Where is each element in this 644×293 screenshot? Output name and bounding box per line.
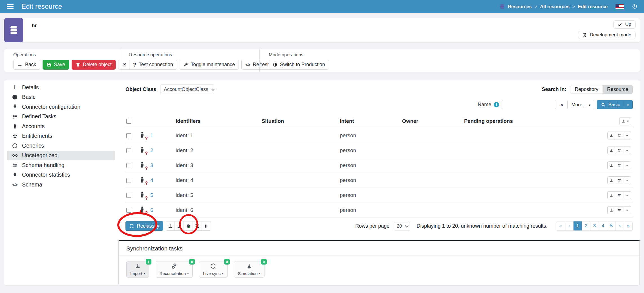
row-download-button[interactable] — [607, 132, 615, 139]
live-sync-task-button[interactable]: 0 Live sync▾ — [199, 261, 228, 278]
row-menu-button[interactable] — [623, 206, 631, 214]
pagination-page-4[interactable]: 4 — [599, 221, 607, 230]
cell-owner — [401, 158, 463, 173]
search-icon — [601, 102, 606, 107]
row-download-button[interactable] — [607, 206, 615, 214]
save-button[interactable]: Save — [43, 60, 69, 70]
breadcrumb-item-edit-resource[interactable]: Edit resource — [578, 4, 608, 9]
object-class-select[interactable]: AccountObjectClass — [160, 85, 214, 94]
column-identifiers[interactable]: Identifiers — [175, 115, 261, 128]
toggle-maintenance-button[interactable]: Toggle maintenance — [180, 60, 239, 70]
pagination-next[interactable]: › — [616, 221, 624, 230]
pagination-last[interactable]: » — [624, 221, 632, 230]
pagination-prev[interactable]: ‹ — [565, 221, 573, 230]
cell-intent: person — [339, 143, 401, 158]
row-id-link[interactable]: 6 — [150, 207, 153, 213]
refresh-icon — [195, 224, 200, 228]
sidebar-item-defined-tasks[interactable]: Defined Tasks — [7, 112, 115, 122]
row-download-button[interactable] — [607, 191, 615, 199]
sidebar-item-schema-handling[interactable]: Schema handling — [7, 160, 115, 170]
delete-object-button[interactable]: Delete object — [72, 60, 116, 70]
switch-to-production-button[interactable]: Switch to Production — [269, 60, 329, 70]
back-arrow-icon: ← — [17, 62, 23, 68]
table-row: ? 4 ident: 4 person — [125, 173, 633, 188]
pagination-page-1[interactable]: 1 — [573, 221, 582, 230]
row-checkbox[interactable] — [126, 133, 131, 138]
sidebar-item-basic[interactable]: Basic — [7, 92, 115, 102]
row-transfer-button[interactable] — [615, 146, 623, 154]
row-checkbox[interactable] — [126, 193, 131, 198]
row-transfer-button[interactable] — [615, 161, 623, 169]
pagination-first[interactable]: « — [556, 221, 565, 230]
reconciliation-task-button[interactable]: 0 Reconciliation▾ — [156, 261, 193, 278]
hamburger-menu-icon[interactable] — [7, 4, 14, 9]
breadcrumb: Resources > All resources > Edit resourc… — [499, 4, 608, 9]
rows-per-page-select[interactable]: 20 — [394, 222, 410, 230]
row-menu-button[interactable] — [623, 132, 631, 139]
sidebar-item-schema[interactable]: </> Schema — [7, 180, 115, 190]
sidebar-item-uncategorized[interactable]: Uncategorized — [7, 151, 115, 161]
pagination-page-5[interactable]: 5 — [607, 221, 616, 230]
caret-down-icon[interactable]: ▾ — [627, 103, 629, 107]
row-id-link[interactable]: 5 — [150, 192, 153, 198]
pause-columns-button[interactable] — [202, 221, 211, 231]
import-objects-button[interactable] — [166, 221, 175, 231]
refresh-table-button[interactable] — [193, 221, 202, 231]
simulation-task-button[interactable]: 0 Simulation▾ — [234, 261, 264, 278]
unknown-situation-badge: ? — [145, 136, 148, 141]
breadcrumb-item-resources[interactable]: Resources — [508, 4, 531, 9]
row-checkbox[interactable] — [126, 163, 131, 168]
row-menu-button[interactable] — [623, 191, 631, 199]
sidebar-item-details[interactable]: i Details — [7, 83, 115, 92]
clear-search-icon[interactable]: × — [559, 102, 565, 108]
row-checkbox[interactable] — [126, 208, 131, 213]
back-button[interactable]: ← Back — [13, 60, 40, 70]
search-in-resource-button[interactable]: Resource — [603, 85, 632, 94]
column-owner[interactable]: Owner — [401, 115, 463, 128]
row-id-link[interactable]: 4 — [150, 177, 153, 183]
row-id-link[interactable]: 3 — [150, 162, 153, 168]
column-pending-operations[interactable]: Pending operations — [463, 115, 582, 128]
pagination-page-3[interactable]: 3 — [590, 221, 599, 230]
row-menu-button[interactable] — [623, 146, 631, 154]
export-objects-button[interactable] — [175, 221, 184, 231]
row-download-button[interactable] — [607, 161, 615, 169]
table-export-button[interactable] — [619, 117, 631, 125]
row-menu-button[interactable] — [623, 176, 631, 184]
row-download-button[interactable] — [607, 176, 615, 184]
breadcrumb-item-all-resources[interactable]: All resources — [540, 4, 570, 9]
import-task-button[interactable]: 1 Import▾ — [126, 261, 149, 278]
row-menu-button[interactable] — [623, 161, 631, 169]
sidebar-item-connector-configuration[interactable]: Connector configuration — [7, 102, 115, 112]
info-icon[interactable]: i — [494, 102, 499, 107]
column-situation[interactable]: Situation — [261, 115, 339, 128]
pagination-page-2[interactable]: 2 — [582, 221, 590, 230]
info-icon: i — [12, 85, 18, 90]
create-report-button[interactable] — [184, 221, 193, 231]
row-id-link[interactable]: 2 — [150, 147, 153, 153]
sidebar-item-entitlements[interactable]: Entitlements — [7, 131, 115, 141]
row-transfer-button[interactable] — [615, 132, 623, 139]
more-filters-button[interactable]: More... ▾ — [567, 100, 594, 109]
exchange-icon — [12, 162, 18, 168]
test-connection-button[interactable]: ? Test connection — [129, 60, 177, 70]
basic-search-button[interactable]: Basic ▾ — [597, 100, 633, 109]
sidebar-item-accounts[interactable]: Accounts — [7, 121, 115, 131]
us-flag-icon[interactable] — [616, 4, 624, 9]
row-id-link[interactable]: 1 — [150, 132, 153, 138]
row-transfer-button[interactable] — [615, 176, 623, 184]
column-intent[interactable]: Intent — [339, 115, 401, 128]
name-search-input[interactable] — [502, 100, 556, 109]
sidebar-item-connector-statistics[interactable]: Connector statistics — [7, 170, 115, 180]
row-checkbox[interactable] — [126, 148, 131, 153]
sidebar-item-generics[interactable]: Generics — [7, 141, 115, 151]
power-logout-icon[interactable] — [632, 3, 638, 10]
row-transfer-button[interactable] — [615, 206, 623, 214]
row-checkbox[interactable] — [126, 178, 131, 183]
trash-icon — [76, 62, 80, 67]
search-in-repository-button[interactable]: Repository — [570, 85, 603, 94]
select-all-checkbox[interactable] — [126, 119, 131, 124]
row-transfer-button[interactable] — [615, 191, 623, 199]
row-download-button[interactable] — [607, 146, 615, 154]
reclassify-button[interactable]: Reclassify — [125, 221, 163, 231]
